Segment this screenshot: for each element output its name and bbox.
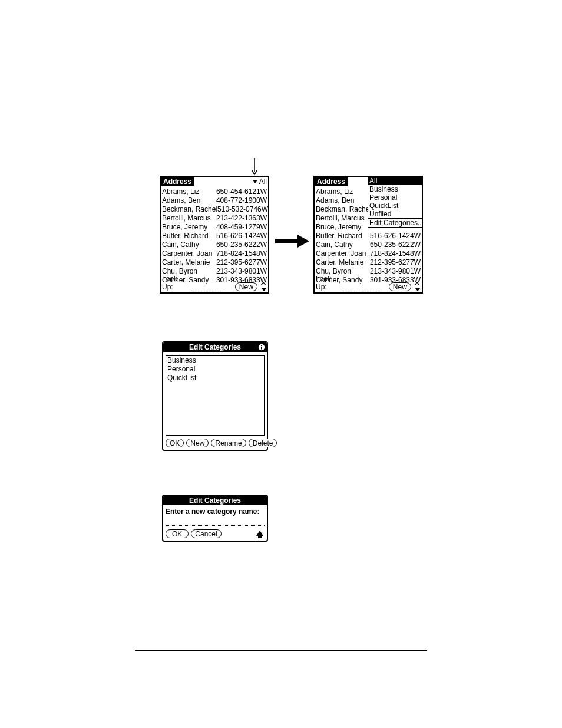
list-item: Carter, Melanie212-395-6277W xyxy=(316,258,421,267)
menu-item[interactable]: Business xyxy=(368,185,422,193)
app-title: Address xyxy=(161,177,194,186)
list-item: Carpenter, Joan718-824-1548W xyxy=(316,249,421,258)
chevron-down-icon xyxy=(253,180,257,183)
edit-categories-dialog: Edit Categories Business Personal QuickL… xyxy=(162,341,268,451)
scroll-arrows[interactable] xyxy=(260,282,267,291)
list-item: Butler, Richard516-626-1424W xyxy=(162,232,267,241)
rename-button[interactable]: Rename xyxy=(211,439,246,447)
list-item[interactable]: QuickList xyxy=(166,374,264,383)
menu-item[interactable]: QuickList xyxy=(368,202,422,210)
lookup-input[interactable] xyxy=(189,284,224,291)
dialog-prompt: Enter a new category name: xyxy=(166,508,259,516)
ok-button[interactable]: OK xyxy=(166,529,189,538)
menu-item[interactable]: All xyxy=(368,177,422,185)
svg-rect-1 xyxy=(275,239,297,243)
scroll-arrows[interactable] xyxy=(414,282,421,291)
list-item: Adams, Ben408-772-1900W xyxy=(162,196,267,205)
category-picker[interactable]: All xyxy=(253,177,267,186)
list-item: Bruce, Jeremy408-459-1279W xyxy=(162,223,267,232)
new-button[interactable]: New xyxy=(186,439,209,447)
annotation-arrow-right xyxy=(275,235,309,248)
category-picker-label: All xyxy=(259,178,267,185)
list-item: Abrams, Liz650-454-6121W xyxy=(162,187,267,196)
contact-list[interactable]: Abrams, Liz650-454-6121W Adams, Ben408-7… xyxy=(162,187,267,285)
address-window-right: Address Abrams, Liz Adams, Ben Beckman, … xyxy=(313,176,423,294)
page-rule xyxy=(135,650,427,651)
menu-item[interactable]: Edit Categories... xyxy=(368,218,422,227)
lookup-input[interactable] xyxy=(343,284,378,291)
list-item: Butler, Richard516-626-1424W xyxy=(316,232,421,241)
lookup-label: Look Up: xyxy=(162,275,187,291)
list-item[interactable]: Business xyxy=(166,356,264,365)
annotation-arrow-down xyxy=(250,158,259,176)
new-button[interactable]: New xyxy=(389,282,411,291)
list-item: Cain, Cathy650-235-6222W xyxy=(162,241,267,249)
list-item: Carpenter, Joan718-824-1548W xyxy=(162,249,267,258)
svg-rect-5 xyxy=(261,347,262,350)
list-item: Carter, Melanie212-395-6277W xyxy=(162,258,267,267)
list-item: Cain, Cathy650-235-6222W xyxy=(316,241,421,249)
category-name-input[interactable] xyxy=(166,519,265,526)
svg-point-4 xyxy=(261,345,262,346)
cancel-button[interactable]: Cancel xyxy=(191,529,221,538)
category-menu[interactable]: All Business Personal QuickList Unfiled … xyxy=(368,176,422,228)
dialog-title: Edit Categories xyxy=(189,496,241,505)
dialog-title: Edit Categories xyxy=(189,342,241,352)
list-item: Bertolli, Marcus213-422-1363W xyxy=(162,214,267,223)
category-listbox[interactable]: Business Personal QuickList xyxy=(166,355,265,436)
menu-item[interactable]: Personal xyxy=(368,193,422,202)
shift-indicator-icon xyxy=(256,531,263,538)
app-title: Address xyxy=(315,177,348,186)
menu-item[interactable]: Unfiled xyxy=(368,210,422,218)
info-icon[interactable] xyxy=(257,342,266,352)
new-button[interactable]: New xyxy=(235,282,257,291)
svg-marker-2 xyxy=(297,235,309,248)
list-item: Beckman, Rachel510-532-0746W xyxy=(162,205,267,214)
address-window-left: Address All Abrams, Liz650-454-6121W Ada… xyxy=(160,176,269,294)
new-category-dialog: Edit Categories Enter a new category nam… xyxy=(162,495,268,542)
delete-button[interactable]: Delete xyxy=(249,439,277,447)
list-item[interactable]: Personal xyxy=(166,365,264,374)
ok-button[interactable]: OK xyxy=(166,439,184,447)
lookup-label: Look Up: xyxy=(316,275,340,291)
